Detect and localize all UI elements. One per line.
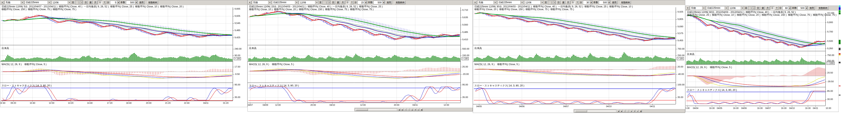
bar-interval-spinner[interactable]: 1◢ [748,6,755,10]
chart-fragment [839,95,840,95]
bar-daily-button[interactable]: 日 [331,1,335,4]
nav-button-5[interactable]: ▼ [632,110,636,112]
window-dropdown-button[interactable]: ▼ [248,1,251,4]
nav-button-2[interactable]: + [623,110,626,112]
nav-button-4[interactable]: ▲ [410,108,413,111]
bar-monthly-button[interactable]: 月 [93,1,97,4]
contract-select[interactable]: 12/06▼ [524,1,544,4]
contract-select[interactable]: 12/06▼ [52,1,71,4]
nav-button-1[interactable]: ▶ [401,108,404,111]
label-gap [269,63,272,66]
apply-button[interactable]: 適用 [611,1,617,4]
window-dropdown-button[interactable]: ▼ [686,6,689,10]
symbol-select[interactable]: 日経225mini▼ [25,1,51,4]
bar-interval-spinner[interactable]: 1◢ [548,1,556,4]
chart-canvas[interactable] [0,0,247,107]
contract-select[interactable]: 12/06▼ [728,6,744,10]
chevron-down-icon: ▼ [741,6,744,9]
nav-button-0[interactable]: ◀ [617,110,620,112]
bar-minute-button[interactable]: 分 [98,1,102,4]
bar-tick-button[interactable]: T [350,1,353,4]
scrollbar-track[interactable] [574,110,616,112]
chart-canvas[interactable] [248,0,473,111]
time-axis-label: 04/11 [650,105,655,108]
chart-canvas[interactable] [473,0,685,113]
stoch-label: スロー・ストキャスティクス( 14, 3, 80, 20 ) [2,84,52,87]
multi-symbol-button[interactable]: 複数銘柄 [395,1,406,4]
label-gap [495,63,497,66]
nav-button-6[interactable]: ● [416,108,420,111]
bar-weekly-button[interactable]: 週 [88,1,93,4]
apply-button[interactable]: 適用 [138,1,145,4]
chart-window-60min: ▼先物▼日経225mini▼12/06▼足1◢日週月分T分60◢本数500◢適用… [685,6,839,112]
bar-monthly-button[interactable]: 月 [766,6,770,10]
bar-monthly-button[interactable]: 月 [566,1,570,4]
nav-button-7[interactable]: ▣ [639,110,642,112]
nav-button-5[interactable]: ▼ [413,108,416,111]
bar-weekly-button[interactable]: 週 [761,6,765,10]
horizontal-scrollbar[interactable]: ◀▶+−▲▼●▣ [473,109,685,112]
spinner-value: 5 [115,1,116,4]
bar-interval-spinner[interactable]: 1◢ [75,1,83,4]
nav-button-0[interactable]: ◀ [397,108,400,111]
nav-button-2[interactable]: + [404,108,407,111]
bars-count-spinner[interactable]: 500◢ [126,1,137,4]
bar-weekly-button[interactable]: 週 [336,1,340,4]
bar-minute-button[interactable]: 分 [571,1,575,4]
minute-value-spinner[interactable]: 60◢ [782,6,791,10]
bars-count-spinner[interactable]: 500◢ [798,6,808,10]
minute-value-spinner[interactable]: 30◢ [583,1,592,4]
bars-count-spinner[interactable]: 500◢ [373,1,385,4]
nav-button-4[interactable]: ▲ [629,110,632,112]
scrollbar-track[interactable] [355,108,397,111]
minute-label: 分 [580,1,582,4]
nav-button-7[interactable]: ▣ [420,108,423,111]
bar-minute-button[interactable]: 分 [770,6,774,10]
spinner-value: 60 [785,7,788,9]
contract-select[interactable]: 12/06▼ [299,1,318,4]
minute-value-spinner[interactable]: 15◢ [358,1,367,4]
symbol-select[interactable]: 日経225mini▼ [706,6,728,10]
chart-canvas[interactable] [686,6,839,112]
category-select[interactable]: 先物▼ [252,1,272,4]
window-dropdown-button[interactable]: ▼ [473,1,477,4]
category-select[interactable]: 先物▼ [690,6,706,10]
spinner-value: 500 [801,7,805,9]
macd-axis-label: -9.50 [235,73,240,75]
bar-tick-button[interactable]: T [103,1,106,4]
scrollbar-zone: ◀▶+−▲▼●▣ [354,108,473,111]
nav-button-3[interactable]: − [626,110,629,112]
bar-minute-button[interactable]: 分 [345,1,349,4]
macd-axis-label: 17.50 [235,65,240,68]
bar-tick-button[interactable]: T [576,1,579,4]
category-select[interactable]: 先物▼ [477,1,497,4]
price-axis-label: 9,700 [827,30,833,33]
price-axis-label: 9,900 [827,21,833,24]
bar-interval-spinner[interactable]: 1◢ [322,1,331,4]
nav-button-1[interactable]: ▶ [620,110,623,112]
bar-monthly-button[interactable]: 月 [341,1,345,4]
symbol-select[interactable]: 日経225mini▼ [272,1,299,4]
nav-button-6[interactable]: ● [636,110,639,112]
window-dropdown-button[interactable]: ▼ [1,1,4,4]
bar-daily-button[interactable]: 日 [556,1,561,4]
nav-button-3[interactable]: − [407,108,410,111]
multi-symbol-button[interactable]: 複数銘柄 [147,1,158,4]
bar-daily-button[interactable]: 日 [84,1,88,4]
bars-count-spinner[interactable]: 500◢ [599,1,610,4]
apply-button[interactable]: 適用 [385,1,392,4]
bar-weekly-button[interactable]: 週 [561,1,565,4]
scrollbar-thumb[interactable] [575,110,587,112]
multi-symbol-button[interactable]: 複数銘柄 [620,1,631,4]
bar-tick-button[interactable]: T [775,6,778,10]
toolbar: ▼先物▼日経225mini▼12/06▼足1◢日週月分T分15◢本数500◢適用… [248,0,473,5]
multi-symbol-button[interactable]: 複数銘柄 [818,6,828,10]
scrollbar-thumb[interactable] [356,109,368,111]
chevron-down-icon: ▼ [540,1,544,4]
apply-button[interactable]: 適用 [808,6,815,10]
minute-value-spinner[interactable]: 5◢ [110,1,120,4]
symbol-select[interactable]: 日経225mini▼ [497,1,524,4]
category-select[interactable]: 先物▼ [5,1,24,4]
horizontal-scrollbar[interactable]: ◀▶+−▲▼●▣ [248,108,473,111]
bar-daily-button[interactable]: 日 [756,6,760,10]
